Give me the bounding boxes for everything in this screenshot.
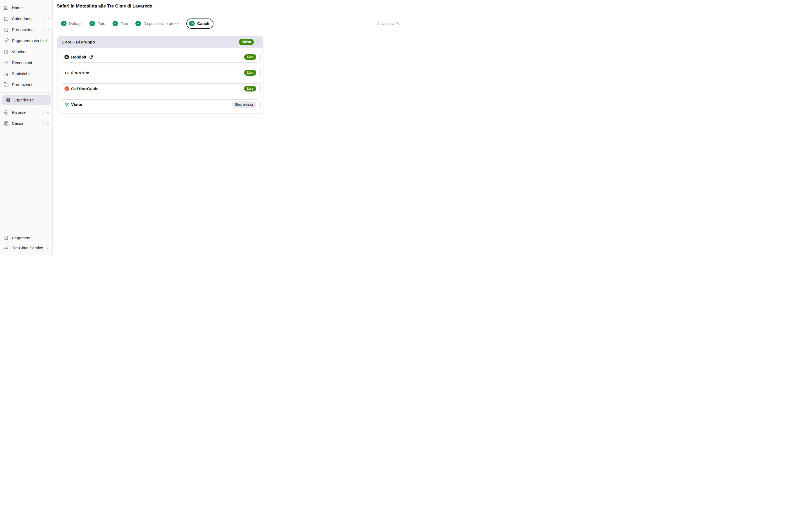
- tab-disponibilita-e-prezzi[interactable]: Disponibilità e prezzi: [135, 21, 179, 26]
- gear-icon: [3, 109, 9, 115]
- notebook-icon: [3, 27, 9, 32]
- sidebar-divider: [0, 92, 52, 93]
- sidebar-item-label: Cassa: [12, 121, 23, 126]
- channel-row-il-tuo-sito[interactable]: Il tuo sito Live: [60, 68, 261, 78]
- sidebar-item-promozioni[interactable]: Promozioni: [0, 79, 52, 90]
- anteprima-link[interactable]: Anteprima: [377, 22, 399, 26]
- channel-row-holidoit[interactable]: do Holidoit Live: [60, 52, 261, 63]
- tab-foto[interactable]: Foto: [89, 21, 105, 26]
- check-icon: [89, 21, 95, 26]
- divider: [43, 110, 44, 115]
- sidebar-footer: Pagamenti Tre Cime Service: [0, 233, 52, 253]
- channel-name: Viator: [71, 102, 83, 107]
- sidebar-item-label: Statistiche: [12, 71, 31, 76]
- sidebar-item-label: Prenotazioni: [12, 27, 35, 32]
- main-area: Safari in Motoslitta alle Tre Cime di La…: [53, 0, 406, 254]
- divider: [43, 27, 44, 32]
- tabs-row: Dettagli Foto Tour Disponibilità e prezz…: [57, 18, 399, 29]
- sincronizza-button[interactable]: Sincronizza: [232, 101, 256, 108]
- channel-row-getyourguide[interactable]: G GetYourGuide Live: [60, 83, 261, 94]
- sidebar-item-statistiche[interactable]: Statistiche: [0, 68, 52, 79]
- tab-tour[interactable]: Tour: [112, 21, 128, 26]
- live-badge: Live: [244, 70, 256, 76]
- home-icon: [3, 5, 9, 10]
- sidebar-item-label: Esperienze: [13, 98, 34, 102]
- sidebar-item-voucher[interactable]: Voucher: [0, 46, 52, 57]
- sidebar-item-label: Tre Cime Service: [12, 245, 43, 250]
- channel-list: do Holidoit Live Il tuo sito Live G: [57, 48, 263, 113]
- content: Dettagli Foto Tour Disponibilità e prezz…: [53, 12, 406, 113]
- sidebar-item-esperienze[interactable]: Esperienze: [2, 95, 51, 105]
- star-icon: [3, 60, 9, 65]
- check-icon: [135, 21, 141, 26]
- calculator-icon: [3, 121, 9, 126]
- sidebar-item-label: Promozioni: [12, 82, 32, 87]
- option-header-right: Attivo: [239, 39, 260, 45]
- sidebar-item-risorse[interactable]: Risorse: [0, 107, 52, 118]
- chevron-up-icon[interactable]: [256, 40, 260, 44]
- sidebar-item-pagamento-via-link[interactable]: Pagamento via Link: [0, 35, 52, 46]
- sidebar-item-label: Voucher: [12, 49, 27, 54]
- tab-label: Foto: [97, 22, 105, 26]
- tab-label: Disponibilità e prezzi: [143, 22, 179, 26]
- channel-info: Il tuo sito: [64, 71, 89, 75]
- wizard-tabs: Dettagli Foto Tour Disponibilità e prezz…: [57, 18, 216, 29]
- page-title: Safari in Motoslitta alle Tre Cime di La…: [57, 3, 153, 9]
- sidebar-item-label: Risorse: [12, 110, 26, 114]
- sidebar-item-expander: [43, 110, 50, 115]
- sidebar-item-calendario[interactable]: Calendario: [0, 13, 52, 24]
- tab-label: Tour: [121, 22, 128, 26]
- gift-icon: [3, 49, 9, 55]
- tab-canali[interactable]: Canali: [186, 19, 214, 29]
- sidebar-item-label: Pagamenti: [12, 236, 31, 240]
- channel-info: G GetYourGuide: [64, 87, 99, 91]
- calendar-icon: [3, 16, 9, 22]
- holidoit-icon: do: [64, 55, 69, 60]
- channel-name: Holidoit: [71, 55, 87, 59]
- sidebar-item-home[interactable]: Home: [0, 2, 52, 13]
- anteprima-label: Anteprima: [377, 22, 394, 26]
- chevron-down-icon[interactable]: [46, 122, 50, 125]
- chevron-down-icon[interactable]: [46, 28, 50, 32]
- receipt-icon: [3, 235, 9, 241]
- sidebar-item-label: Recensioni: [12, 60, 32, 65]
- channel-name: Il tuo sito: [71, 71, 89, 75]
- sidebar-item-tre-cime-service[interactable]: Tre Cime Service: [0, 243, 52, 253]
- option-title: 1 ora – Di gruppo: [62, 40, 95, 44]
- channel-row-viator[interactable]: Viator Sincronizza: [60, 99, 261, 110]
- divider: [43, 16, 44, 22]
- sidebar-item-label: Home: [12, 5, 23, 10]
- option-panel-header[interactable]: 1 ora – Di gruppo Attivo: [57, 36, 263, 48]
- tab-label: Canali: [197, 21, 209, 26]
- chevron-right-icon[interactable]: [46, 246, 50, 250]
- sidebar-item-pagamenti[interactable]: Pagamenti: [0, 233, 52, 243]
- sidebar: Home Calendario Prenotazioni Pagamento v…: [0, 0, 53, 254]
- divider: [43, 121, 44, 126]
- check-icon: [189, 21, 195, 26]
- status-badge-attivo: Attivo: [239, 39, 254, 45]
- check-icon: [61, 21, 67, 26]
- viator-icon: [64, 102, 69, 107]
- live-badge: Live: [244, 54, 256, 60]
- channel-name: GetYourGuide: [71, 87, 99, 91]
- page-header: Safari in Motoslitta alle Tre Cime di La…: [53, 0, 406, 12]
- external-link-icon[interactable]: [89, 55, 93, 59]
- tag-icon: [3, 82, 9, 88]
- tab-dettagli[interactable]: Dettagli: [61, 21, 82, 26]
- chevron-down-icon[interactable]: [46, 110, 50, 114]
- tab-label: Dettagli: [69, 22, 82, 26]
- sidebar-item-expander: [43, 27, 50, 32]
- getyourguide-icon: G: [64, 87, 69, 91]
- code-icon: [64, 71, 69, 75]
- sidebar-item-cassa[interactable]: Cassa: [0, 118, 52, 129]
- bar-chart-icon: [3, 71, 9, 76]
- sidebar-item-label: Calendario: [12, 16, 32, 21]
- channel-info: do Holidoit: [64, 55, 93, 60]
- tre-cime-service-logo: [3, 245, 9, 250]
- sidebar-item-expander: [46, 246, 50, 250]
- sidebar-item-recensioni[interactable]: Recensioni: [0, 57, 52, 68]
- channel-info: Viator: [64, 102, 83, 107]
- link-icon: [3, 38, 9, 43]
- chevron-down-icon[interactable]: [46, 17, 50, 21]
- sidebar-item-prenotazioni[interactable]: Prenotazioni: [0, 24, 52, 35]
